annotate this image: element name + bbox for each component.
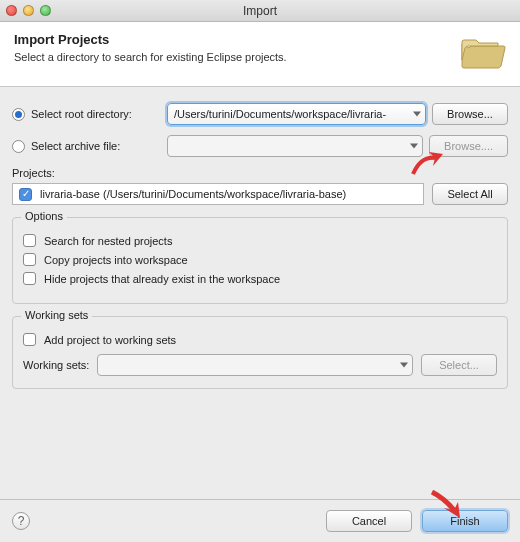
browse-root-button[interactable]: Browse... [432, 103, 508, 125]
footer: ? Cancel Finish [0, 499, 520, 542]
options-group: Options Search for nested projects Copy … [12, 217, 508, 304]
projects-list[interactable]: livraria-base (/Users/turini/Documents/w… [12, 183, 424, 205]
working-sets-title: Working sets [21, 309, 92, 321]
nested-projects-label: Search for nested projects [44, 235, 172, 247]
cancel-button[interactable]: Cancel [326, 510, 412, 532]
working-sets-combo [97, 354, 413, 376]
root-directory-combo[interactable]: /Users/turini/Documents/workspace/livrar… [167, 103, 426, 125]
zoom-icon[interactable] [40, 5, 51, 16]
root-directory-value: /Users/turini/Documents/workspace/livrar… [174, 108, 386, 120]
root-directory-radio[interactable] [12, 108, 25, 121]
project-item-label: livraria-base (/Users/turini/Documents/w… [40, 188, 346, 200]
working-sets-group: Working sets Add project to working sets… [12, 316, 508, 389]
traffic-lights [6, 5, 51, 16]
wizard-header: Import Projects Select a directory to se… [0, 22, 520, 87]
chevron-down-icon [413, 112, 421, 117]
add-working-sets-label: Add project to working sets [44, 334, 176, 346]
close-icon[interactable] [6, 5, 17, 16]
select-all-button[interactable]: Select All [432, 183, 508, 205]
options-title: Options [21, 210, 67, 222]
minimize-icon[interactable] [23, 5, 34, 16]
hide-existing-checkbox[interactable] [23, 272, 36, 285]
working-sets-label: Working sets: [23, 359, 89, 371]
window-title: Import [0, 4, 520, 18]
titlebar: Import [0, 0, 520, 22]
finish-button[interactable]: Finish [422, 510, 508, 532]
nested-projects-checkbox[interactable] [23, 234, 36, 247]
chevron-down-icon [410, 144, 418, 149]
archive-file-combo [167, 135, 423, 157]
help-icon[interactable]: ? [12, 512, 30, 530]
project-checkbox[interactable] [19, 188, 32, 201]
archive-file-row: Select archive file: Browse.... [12, 135, 508, 157]
working-sets-select-button: Select... [421, 354, 497, 376]
archive-file-radio[interactable] [12, 140, 25, 153]
chevron-down-icon [400, 363, 408, 368]
copy-workspace-checkbox[interactable] [23, 253, 36, 266]
add-working-sets-checkbox[interactable] [23, 333, 36, 346]
copy-workspace-label: Copy projects into workspace [44, 254, 188, 266]
folder-icon [458, 32, 506, 74]
root-directory-row: Select root directory: /Users/turini/Doc… [12, 103, 508, 125]
archive-file-label: Select archive file: [31, 140, 161, 152]
page-subtitle: Select a directory to search for existin… [14, 51, 287, 63]
root-directory-label: Select root directory: [31, 108, 161, 120]
projects-label: Projects: [12, 167, 508, 179]
page-title: Import Projects [14, 32, 287, 47]
hide-existing-label: Hide projects that already exist in the … [44, 273, 280, 285]
browse-archive-button: Browse.... [429, 135, 508, 157]
